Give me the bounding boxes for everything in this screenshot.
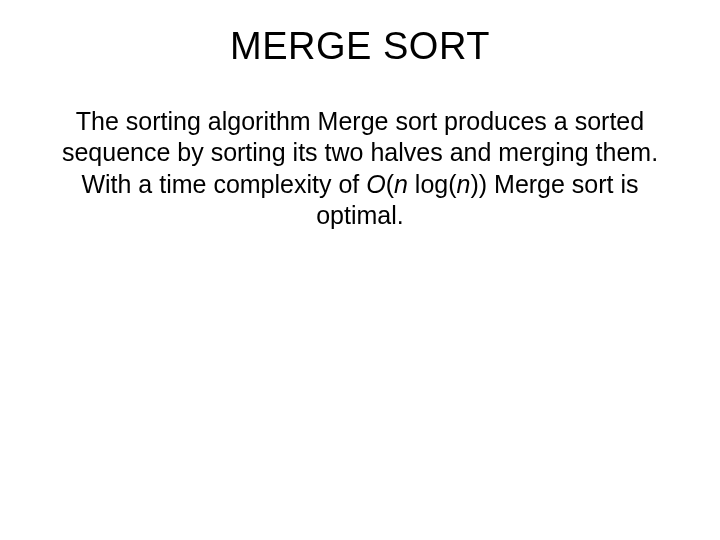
complexity-n1: n [394, 170, 408, 198]
slide-title: MERGE SORT [50, 25, 670, 68]
complexity-n2: n [457, 170, 471, 198]
text-segment: log( [408, 170, 457, 198]
slide-body: The sorting algorithm Merge sort produce… [50, 106, 670, 231]
complexity-o: O [366, 170, 385, 198]
text-segment: ( [386, 170, 394, 198]
